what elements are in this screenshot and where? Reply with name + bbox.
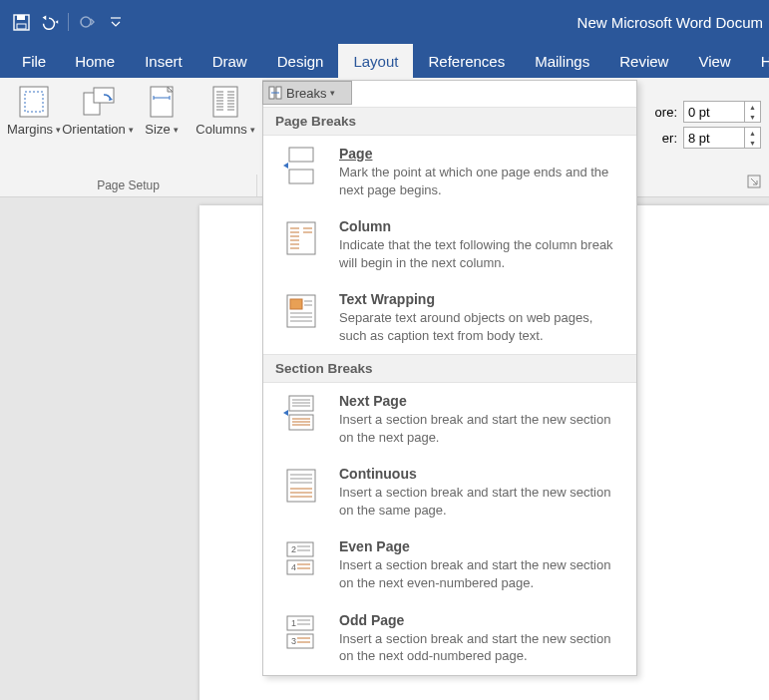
breaks-item-even-page[interactable]: 24 Even Page Insert a section break and … — [263, 528, 636, 601]
qat-customize-icon[interactable] — [105, 11, 127, 33]
breaks-section-header-section: Section Breaks — [263, 354, 636, 383]
breaks-item-desc: Insert a section break and start the new… — [339, 411, 622, 446]
columns-label: Columns — [195, 122, 246, 137]
orientation-icon — [81, 84, 115, 120]
breaks-item-column[interactable]: Column Indicate that the text following … — [263, 208, 636, 281]
odd-page-break-icon: 13 — [281, 612, 321, 652]
breaks-item-title: Next Page — [339, 393, 622, 409]
quick-access-toolbar — [0, 11, 127, 33]
breaks-dropdown: Page Breaks Page Mark the point at which… — [262, 80, 637, 676]
breaks-item-odd-page[interactable]: 13 Odd Page Insert a section break and s… — [263, 602, 636, 675]
continuous-break-icon — [281, 466, 321, 506]
dialog-launcher-icon[interactable] — [747, 175, 763, 190]
breaks-label: Breaks — [286, 86, 326, 101]
page-setup-group-label: Page Setup — [0, 175, 257, 196]
tab-draw[interactable]: Draw — [197, 44, 262, 78]
size-button[interactable]: Size▾ — [134, 82, 190, 137]
redo-icon[interactable] — [77, 11, 99, 33]
size-label: Size — [145, 122, 170, 137]
breaks-item-desc: Insert a section break and start the new… — [339, 484, 622, 519]
tab-mailings[interactable]: Mailings — [520, 44, 604, 78]
tab-design[interactable]: Design — [262, 44, 339, 78]
document-title: New Microsoft Word Docum — [577, 14, 769, 31]
chevron-down-icon: ▾ — [56, 125, 61, 135]
tab-home[interactable]: Home — [60, 44, 130, 78]
undo-icon[interactable] — [38, 11, 60, 33]
breaks-item-desc: Insert a section break and start the new… — [339, 556, 622, 591]
svg-rect-44 — [290, 299, 302, 309]
breaks-item-title: Continuous — [339, 466, 622, 482]
size-icon — [145, 84, 179, 120]
tab-file[interactable]: File — [8, 44, 60, 78]
svg-rect-1 — [17, 15, 25, 20]
text-wrapping-break-icon — [281, 291, 321, 331]
columns-icon — [208, 84, 242, 120]
tab-references[interactable]: References — [413, 44, 520, 78]
qat-separator — [68, 13, 69, 31]
tab-layout[interactable]: Layout — [338, 44, 413, 78]
breaks-item-continuous[interactable]: Continuous Insert a section break and st… — [263, 456, 636, 528]
breaks-button[interactable]: Breaks ▾ — [262, 81, 352, 105]
svg-point-3 — [81, 17, 91, 27]
spacing-after-spinner[interactable]: ▲▼ — [683, 127, 761, 149]
breaks-item-title: Odd Page — [339, 612, 622, 628]
chevron-down-icon: ▾ — [174, 125, 179, 135]
next-page-break-icon — [281, 393, 321, 433]
breaks-item-title: Column — [339, 218, 622, 234]
margins-button[interactable]: Margins▾ — [6, 82, 62, 137]
spin-up-icon[interactable]: ▲ — [745, 102, 760, 112]
svg-text:4: 4 — [291, 562, 296, 572]
svg-rect-34 — [287, 222, 315, 254]
svg-rect-32 — [289, 148, 313, 162]
spacing-before-label: ore: — [655, 105, 677, 120]
svg-text:2: 2 — [291, 544, 296, 554]
breaks-item-text-wrapping[interactable]: Text Wrapping Separate text around objec… — [263, 281, 636, 354]
spin-down-icon[interactable]: ▼ — [745, 112, 760, 122]
document-area: Page Breaks Page Mark the point at which… — [0, 197, 769, 700]
spin-down-icon[interactable]: ▼ — [745, 138, 760, 148]
spacing-after-input[interactable] — [684, 128, 744, 148]
save-icon[interactable] — [10, 11, 32, 33]
svg-text:1: 1 — [291, 618, 296, 628]
column-break-icon — [281, 218, 321, 258]
margins-icon — [17, 84, 51, 120]
orientation-button[interactable]: Orientation▾ — [62, 82, 134, 137]
tab-review[interactable]: Review — [604, 44, 683, 78]
breaks-section-header-page: Page Breaks — [263, 107, 636, 136]
breaks-item-desc: Insert a section break and start the new… — [339, 630, 622, 665]
breaks-icon — [268, 86, 282, 100]
svg-rect-8 — [94, 88, 114, 103]
svg-rect-33 — [289, 170, 313, 183]
breaks-item-title: Page — [339, 146, 372, 162]
breaks-item-title: Text Wrapping — [339, 291, 622, 307]
tab-view[interactable]: View — [683, 44, 745, 78]
breaks-item-page[interactable]: Page Mark the point at which one page en… — [263, 136, 636, 208]
even-page-break-icon: 24 — [281, 538, 321, 578]
margins-label: Margins — [7, 122, 53, 137]
breaks-item-desc: Mark the point at which one page ends an… — [339, 164, 622, 198]
columns-button[interactable]: Columns▾ — [190, 82, 261, 137]
tab-insert[interactable]: Insert — [130, 44, 197, 78]
svg-text:3: 3 — [291, 636, 296, 646]
tab-help[interactable]: Help — [746, 44, 769, 78]
svg-rect-2 — [17, 24, 26, 29]
page-break-icon — [281, 146, 321, 185]
breaks-item-desc: Indicate that the text following the col… — [339, 236, 622, 271]
breaks-item-desc: Separate text around objects on web page… — [339, 309, 622, 344]
orientation-label: Orientation — [62, 122, 126, 137]
chevron-down-icon: ▾ — [250, 125, 255, 135]
group-page-setup: Margins▾ Orientation▾ Size▾ Columns▾ — [0, 78, 267, 196]
breaks-item-next-page[interactable]: Next Page Insert a section break and sta… — [263, 383, 636, 456]
breaks-item-title: Even Page — [339, 538, 622, 554]
spin-up-icon[interactable]: ▲ — [745, 128, 760, 138]
spacing-before-spinner[interactable]: ▲▼ — [683, 101, 761, 123]
spacing-before-input[interactable] — [684, 102, 744, 122]
ribbon-tabs: File Home Insert Draw Design Layout Refe… — [0, 44, 769, 78]
spacing-after-label: er: — [662, 131, 677, 146]
title-bar: New Microsoft Word Docum — [0, 0, 769, 44]
chevron-down-icon: ▾ — [330, 88, 335, 98]
